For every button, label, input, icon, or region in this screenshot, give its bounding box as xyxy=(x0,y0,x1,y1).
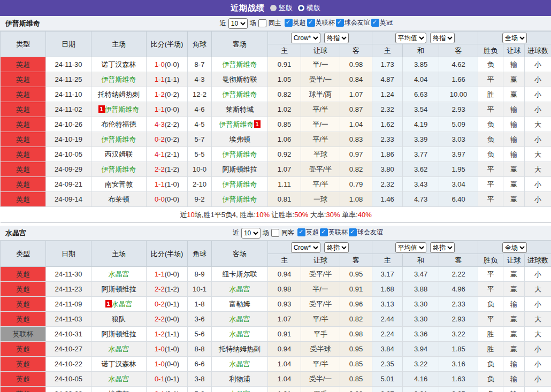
result-handicap-cell: 输 xyxy=(503,102,525,117)
league-filter[interactable]: 英冠 xyxy=(371,18,393,27)
result-goals-cell: 大 xyxy=(525,282,551,297)
team-name[interactable]: 伊普斯维奇 xyxy=(102,75,136,83)
team-name[interactable]: 水晶宫 xyxy=(109,375,129,383)
team-name[interactable]: 水晶宫 xyxy=(229,285,250,293)
odds-kind-select[interactable]: 终指 xyxy=(324,242,349,253)
layout-horizontal-option[interactable]: 横版 xyxy=(298,3,320,13)
fulltime-score: 0-0 xyxy=(155,195,165,203)
team-name[interactable]: 利物浦 xyxy=(229,375,250,383)
team-name[interactable]: 西汉姆联 xyxy=(105,150,133,158)
team-name[interactable]: 南安普敦 xyxy=(105,180,133,188)
handicap-home-odds-cell: 0.91 xyxy=(268,57,301,72)
handicap-away-odds-cell: 0.91 xyxy=(340,282,372,297)
team-name[interactable]: 纽卡斯尔联 xyxy=(223,270,257,278)
average-select[interactable]: 平均值 xyxy=(395,33,426,43)
avg-home-odds-cell: 3.80 xyxy=(372,162,403,177)
odds-source-select[interactable]: Crow* xyxy=(291,242,320,253)
match-row: 英超24-10-05西汉姆联4-1(2-1)5-5伊普斯维奇0.92半球0.97… xyxy=(1,147,551,162)
team-name[interactable]: 伊普斯维奇 xyxy=(223,150,257,158)
team-name[interactable]: 莱斯特城 xyxy=(226,105,254,113)
handicap-line-cell: 半球 xyxy=(301,147,340,162)
radio-vertical-icon[interactable] xyxy=(270,5,277,11)
league-checkbox[interactable] xyxy=(371,19,379,27)
league-cell: 英超 xyxy=(1,357,46,372)
league-filter[interactable]: 英超 xyxy=(297,228,319,237)
fulltime-score: 1-1 xyxy=(155,180,165,188)
team-name[interactable]: 伊普斯维奇 xyxy=(102,135,136,143)
team-name[interactable]: 水晶宫 xyxy=(229,390,250,392)
league-checkbox[interactable] xyxy=(336,19,344,27)
team-name[interactable]: 埃弗顿 xyxy=(229,135,250,143)
team-name[interactable]: 伊普斯维奇 xyxy=(105,105,140,113)
team-name[interactable]: 水晶宫 xyxy=(109,345,129,353)
team-name[interactable]: 阿斯顿维拉 xyxy=(102,285,136,293)
team-name[interactable]: 诺丁汉森林 xyxy=(102,60,136,68)
league-filter[interactable]: 英联杯 xyxy=(307,18,335,27)
team-name[interactable]: 伊普斯维奇 xyxy=(102,165,136,173)
match-count-select[interactable]: 10 xyxy=(241,228,261,239)
avg-home-odds-cell: 1.86 xyxy=(372,147,403,162)
team-name[interactable]: 水晶宫 xyxy=(112,300,133,308)
team-name[interactable]: 水晶宫 xyxy=(229,315,250,323)
away-team-cell: 阿斯顿维拉 xyxy=(212,162,268,177)
league-filter[interactable]: 球会友谊 xyxy=(349,228,383,237)
team-name[interactable]: 伊普斯维奇 xyxy=(223,90,257,98)
date-cell: 24-10-22 xyxy=(46,357,91,372)
radio-horizontal-icon[interactable] xyxy=(298,5,304,11)
league-checkbox[interactable] xyxy=(307,19,315,27)
team-name[interactable]: 托特纳姆热刺 xyxy=(98,90,140,98)
team-name[interactable]: 水晶宫 xyxy=(109,270,129,278)
scope-select[interactable]: 全场 xyxy=(502,33,527,43)
team-name[interactable]: 诺丁汉森林 xyxy=(102,360,136,368)
same-venue-checkbox[interactable] xyxy=(271,229,279,237)
league-checkbox[interactable] xyxy=(297,228,305,236)
fulltime-score: 2-2 xyxy=(155,285,165,293)
average-kind-select[interactable]: 终指 xyxy=(430,33,455,43)
team-name[interactable]: 伊普斯维奇 xyxy=(219,120,254,128)
match-count-select[interactable]: 10 xyxy=(228,18,248,29)
team-name[interactable]: 伊普斯维奇 xyxy=(223,195,257,203)
handicap-home-odds-cell: 1.11 xyxy=(268,177,301,192)
team-name[interactable]: 阿斯顿维拉 xyxy=(102,330,136,338)
team-name[interactable]: 水晶宫 xyxy=(229,360,250,368)
league-checkbox[interactable] xyxy=(349,228,357,236)
team-name[interactable]: 伊普斯维奇 xyxy=(223,60,257,68)
league-checkbox[interactable] xyxy=(320,228,328,236)
league-filter[interactable]: 球会友谊 xyxy=(336,18,370,27)
red-card-badge: 1 xyxy=(254,120,261,128)
league-checkbox[interactable] xyxy=(285,19,293,27)
team-name[interactable]: 布莱顿 xyxy=(109,195,129,203)
handicap-line-cell: 受平/半 xyxy=(301,162,340,177)
league-cell: 英超 xyxy=(1,387,46,392)
league-filter[interactable]: 英联杯 xyxy=(320,228,348,237)
avg-draw-odds-cell: 3.30 xyxy=(403,312,439,327)
scope-select[interactable]: 全场 xyxy=(502,242,527,253)
avg-draw-odds-cell: 3.85 xyxy=(403,57,439,72)
home-team-cell: 诺丁汉森林 xyxy=(91,57,147,72)
team-name[interactable]: 埃弗顿 xyxy=(109,390,129,392)
same-venue-checkbox[interactable] xyxy=(258,19,266,27)
odds-kind-select[interactable]: 终指 xyxy=(324,33,349,43)
average-kind-select[interactable]: 终指 xyxy=(430,242,455,253)
team-name[interactable]: 布伦特福德 xyxy=(102,120,136,128)
fulltime-score: 1-1 xyxy=(155,105,165,113)
summary-part: 大率: xyxy=(308,211,326,219)
red-card-badge: 1 xyxy=(98,105,105,113)
team-name[interactable]: 狼队 xyxy=(112,315,126,323)
team-name[interactable]: 阿斯顿维拉 xyxy=(223,165,257,173)
odds-source-select[interactable]: Crow* xyxy=(291,33,320,43)
team-name[interactable]: 托特纳姆热刺 xyxy=(219,345,261,353)
team-name[interactable]: 伊普斯维奇 xyxy=(223,180,257,188)
league-filter[interactable]: 英超 xyxy=(285,18,306,27)
result-handicap-cell: 赢 xyxy=(503,327,525,342)
team-name[interactable]: 曼彻斯特联 xyxy=(223,75,257,83)
avg-draw-odds-cell: 3.30 xyxy=(403,297,439,312)
team-name[interactable]: 富勒姆 xyxy=(229,300,250,308)
handicap-line-cell: 平/半 xyxy=(301,102,340,117)
layout-vertical-option[interactable]: 竖版 xyxy=(270,3,293,13)
same-venue-label: 同主 xyxy=(269,19,281,28)
halftime-score: (0-0) xyxy=(165,60,179,68)
avg-home-odds-cell: 2.35 xyxy=(372,357,403,372)
team-name[interactable]: 水晶宫 xyxy=(229,330,250,338)
average-select[interactable]: 平均值 xyxy=(395,242,426,253)
